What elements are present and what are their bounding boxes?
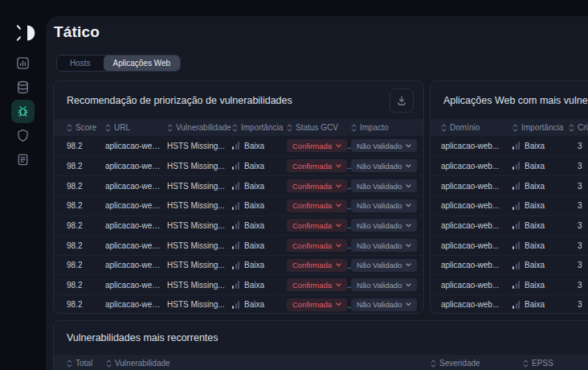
status-gcv-badge[interactable]: Confirmada bbox=[287, 278, 347, 291]
cell-importance: Baixa bbox=[232, 300, 287, 309]
status-gcv-badge[interactable]: Confirmada bbox=[287, 239, 347, 252]
status-gcv-label: Confirmada bbox=[292, 281, 332, 290]
table-row[interactable]: aplicacao-web... Baixa 3 bbox=[431, 156, 588, 176]
importance-bars-icon bbox=[512, 241, 520, 249]
column-header[interactable]: Vulnerabilidade bbox=[106, 359, 431, 368]
importance-label: Baixa bbox=[244, 142, 264, 150]
impact-badge[interactable]: Não Validado bbox=[351, 298, 417, 311]
sort-icon bbox=[67, 360, 72, 368]
table-row[interactable]: aplicacao-web... Baixa 3 bbox=[431, 136, 588, 156]
sort-icon bbox=[569, 124, 574, 132]
table-row[interactable]: aplicacao-web... Baixa 3 bbox=[431, 195, 588, 216]
column-header[interactable]: Domínio bbox=[441, 123, 512, 132]
cell-importance: Baixa bbox=[512, 261, 569, 269]
impact-badge[interactable]: Não Validado bbox=[351, 159, 417, 172]
table-row[interactable]: 98.2 aplicacao-web... HSTS Missing... Ba… bbox=[54, 216, 423, 236]
column-header[interactable]: Criticidade bbox=[569, 123, 588, 132]
column-label: Domínio bbox=[450, 123, 480, 132]
panel-recurrent-vulnerabilities: Vulnerabilidades mais recorrentes Total … bbox=[53, 320, 588, 370]
importance-label: Baixa bbox=[244, 162, 264, 171]
column-label: Severidade bbox=[439, 359, 480, 368]
cell-domain: aplicacao-web... bbox=[441, 241, 512, 250]
table-row[interactable]: aplicacao-web... Baixa 3 bbox=[431, 216, 588, 236]
importance-bars-icon bbox=[232, 142, 239, 150]
tab-aplicacoes-web[interactable]: Aplicações Web bbox=[104, 56, 181, 71]
impact-label: Não Validado bbox=[357, 281, 402, 290]
cell-importance: Baixa bbox=[512, 221, 569, 230]
panel-header: Aplicações Web com mais vulnerabilidades bbox=[431, 81, 588, 119]
table-row[interactable]: 98.2 aplicacao-web... HSTS Missing... Ba… bbox=[54, 195, 423, 216]
brand-logo-icon bbox=[17, 23, 38, 43]
cell-vulnerability: HSTS Missing... bbox=[167, 142, 232, 150]
download-icon bbox=[396, 95, 407, 106]
dashboard-chart-icon bbox=[15, 56, 31, 71]
cell-score: 98.2 bbox=[67, 261, 105, 269]
column-header[interactable]: EPSS bbox=[523, 359, 588, 368]
column-header[interactable]: Severidade bbox=[431, 359, 523, 368]
cell-status-gcv: Confirmada bbox=[287, 199, 351, 212]
cell-impact: Não Validado bbox=[351, 239, 423, 252]
panel-title: Aplicações Web com mais vulnerabilidades bbox=[443, 95, 588, 106]
cell-url: aplicacao-web... bbox=[105, 142, 167, 150]
column-header[interactable]: Score bbox=[67, 123, 105, 132]
status-gcv-badge[interactable]: Confirmada bbox=[287, 139, 347, 152]
column-header[interactable]: Total bbox=[67, 359, 106, 368]
chevron-down-icon bbox=[406, 263, 411, 267]
column-header[interactable]: Importância bbox=[232, 123, 287, 132]
status-gcv-label: Confirmada bbox=[292, 221, 332, 230]
importance-label: Baixa bbox=[244, 261, 264, 269]
chevron-down-icon bbox=[336, 283, 341, 287]
sidebar-item-reports[interactable] bbox=[11, 148, 35, 171]
status-gcv-badge[interactable]: Confirmada bbox=[287, 298, 347, 311]
download-button[interactable] bbox=[390, 88, 414, 113]
table-row[interactable]: 98.2 aplicacao-web... HSTS Missing... Ba… bbox=[54, 156, 423, 176]
impact-badge[interactable]: Não Validado bbox=[351, 278, 417, 291]
tab-hosts[interactable]: Hosts bbox=[57, 56, 104, 71]
cell-criticality: 3 bbox=[569, 162, 588, 171]
impact-badge[interactable]: Não Validado bbox=[351, 139, 417, 152]
table-row[interactable]: 98.2 aplicacao-web... HSTS Missing... Ba… bbox=[54, 274, 423, 294]
impact-badge[interactable]: Não Validado bbox=[351, 239, 417, 252]
impact-badge[interactable]: Não Validado bbox=[351, 259, 417, 272]
table-row[interactable]: 98.2 aplicacao-web... HSTS Missing... Ba… bbox=[54, 255, 423, 275]
column-header[interactable]: Importância bbox=[512, 123, 569, 132]
chevron-down-icon bbox=[336, 263, 341, 267]
table-row[interactable]: aplicacao-web... Baixa 3 bbox=[431, 255, 588, 275]
table-row[interactable]: 98.2 aplicacao-web... HSTS Missing... Ba… bbox=[54, 294, 423, 314]
column-header[interactable]: Impacto bbox=[351, 123, 423, 132]
sidebar-item-dashboard[interactable] bbox=[11, 51, 35, 75]
table-row[interactable]: aplicacao-web... Baixa 3 bbox=[431, 235, 588, 255]
report-icon bbox=[15, 152, 31, 167]
impact-badge[interactable]: Não Validado bbox=[351, 179, 417, 192]
importance-label: Baixa bbox=[244, 281, 264, 290]
status-gcv-badge[interactable]: Confirmada bbox=[287, 219, 347, 232]
impact-label: Não Validado bbox=[357, 261, 402, 269]
table-row[interactable]: 98.2 aplicacao-web... HSTS Missing... Ba… bbox=[54, 175, 423, 195]
cell-importance: Baixa bbox=[512, 300, 569, 309]
status-gcv-badge[interactable]: Confirmada bbox=[287, 159, 347, 172]
column-header[interactable]: Vulnerabilidade bbox=[167, 123, 232, 132]
column-header[interactable]: Status GCV bbox=[287, 123, 351, 132]
status-gcv-badge[interactable]: Confirmada bbox=[287, 179, 347, 192]
impact-badge[interactable]: Não Validado bbox=[351, 199, 417, 212]
sidebar-item-assets[interactable] bbox=[11, 76, 35, 99]
table-row[interactable]: aplicacao-web... Baixa 3 bbox=[431, 274, 588, 294]
table-row[interactable]: 98.2 aplicacao-web... HSTS Missing... Ba… bbox=[54, 136, 423, 156]
column-header[interactable]: URL bbox=[105, 123, 167, 132]
sort-icon bbox=[67, 124, 72, 132]
importance-bars-icon bbox=[512, 182, 520, 190]
cell-impact: Não Validado bbox=[351, 159, 423, 172]
table-row[interactable]: aplicacao-web... Baixa 3 bbox=[431, 294, 588, 314]
column-label: Total bbox=[76, 359, 92, 368]
table-header-row: Total Vulnerabilidade Severidade EPSS bbox=[54, 355, 588, 370]
status-gcv-badge[interactable]: Confirmada bbox=[287, 259, 347, 272]
sidebar bbox=[0, 0, 46, 370]
table-row[interactable]: 98.2 aplicacao-web... HSTS Missing... Ba… bbox=[54, 235, 423, 255]
sidebar-item-vulnerabilities[interactable] bbox=[11, 100, 35, 123]
impact-badge[interactable]: Não Validado bbox=[351, 219, 417, 232]
table-row[interactable]: aplicacao-web... Baixa 3 bbox=[431, 175, 588, 195]
bug-icon bbox=[15, 104, 31, 119]
importance-bars-icon bbox=[232, 182, 239, 190]
sidebar-item-security[interactable] bbox=[11, 124, 35, 147]
status-gcv-badge[interactable]: Confirmada bbox=[287, 199, 347, 212]
